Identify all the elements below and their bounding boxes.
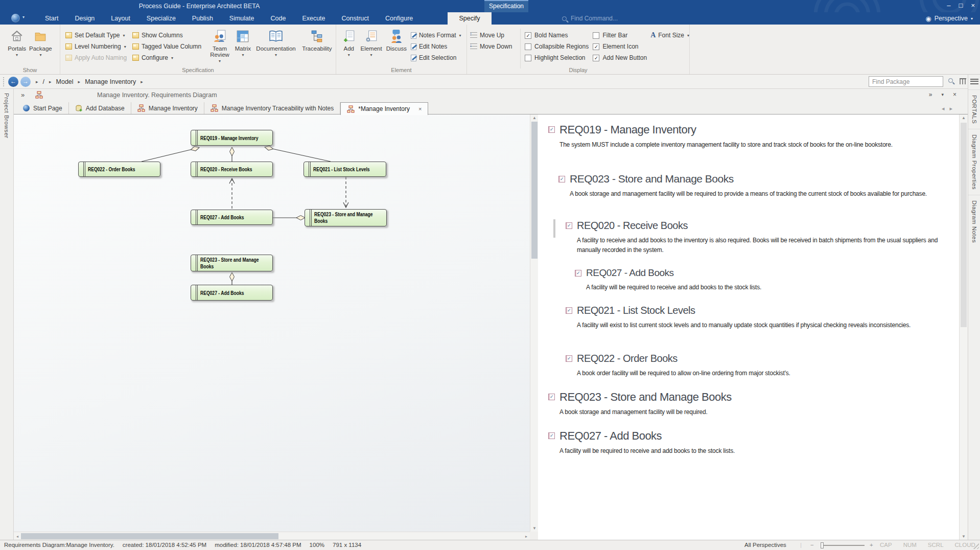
app-menu-caret-icon[interactable]: ▾	[22, 15, 25, 19]
spec-section-req019[interactable]: ✓REQ019 - Manage Inventory The system MU…	[548, 123, 893, 150]
spec-title[interactable]: REQ023 - Store and Manage Books	[570, 172, 734, 186]
spec-section-req023-top[interactable]: ✓REQ023 - Store and Manage Books A book …	[548, 390, 732, 417]
tagged-value-column-button[interactable]: Tagged Value Column	[132, 41, 207, 52]
spec-section-req027[interactable]: ✓REQ027 - Add Books A facility will be r…	[575, 267, 761, 292]
scroll-left-icon[interactable]: ◂	[15, 534, 20, 539]
tab-simulate[interactable]: Simulate	[221, 12, 263, 25]
tab-specify[interactable]: Specify	[448, 12, 492, 25]
search-icon[interactable]	[948, 78, 953, 83]
doc-tab-add-database[interactable]: Add Database	[69, 102, 131, 114]
spec-section-req020-selected[interactable]: ✓REQ020 - Receive Books A facility to re…	[566, 219, 959, 255]
tab-execute[interactable]: Execute	[294, 12, 333, 25]
requirement-REQ023-lower[interactable]: REQ023 - Store and Manage Books	[191, 255, 273, 271]
navigate-forward-button[interactable]: →	[20, 77, 31, 87]
scroll-up-icon[interactable]: ▲	[960, 116, 968, 120]
portals-tab[interactable]: PORTALS	[971, 95, 977, 124]
spec-section-req023[interactable]: ✓REQ023 - Store and Manage Books A book …	[558, 172, 927, 199]
spec-title[interactable]: REQ020 - Receive Books	[577, 219, 688, 232]
requirement-REQ027[interactable]: REQ027 - Add Books	[191, 210, 273, 225]
doc-tab-start-page[interactable]: Start Page	[17, 102, 69, 114]
chevrons-right-icon[interactable]: »	[929, 91, 932, 98]
element-icon-checkbox[interactable]: ✓ Element Icon	[593, 41, 650, 52]
set-default-type-button[interactable]: Set Default Type ▾	[65, 30, 132, 41]
zoom-out-icon[interactable]: −	[810, 542, 814, 548]
toolbar-drag-handle[interactable]	[3, 77, 4, 86]
scrollbar-thumb[interactable]	[531, 122, 538, 259]
element-button[interactable]: Element ▾	[359, 28, 384, 57]
find-command[interactable]: Find Command...	[562, 12, 618, 25]
discuss-button[interactable]: Discuss	[384, 28, 409, 52]
scrollbar-thumb[interactable]	[21, 533, 278, 539]
tab-code[interactable]: Code	[262, 12, 294, 25]
diagram-properties-tab[interactable]: Diagram Properties	[971, 134, 977, 190]
requirement-REQ027-lower[interactable]: REQ027 - Add Books	[191, 285, 273, 301]
package-list-icon[interactable]	[960, 78, 966, 84]
team-review-button[interactable]: Team Review ▾	[207, 28, 232, 63]
spec-section-req027-top[interactable]: ✓REQ027 - Add Books A facility will be r…	[548, 429, 735, 456]
bold-names-checkbox[interactable]: ✓ Bold Names	[525, 30, 593, 41]
documentation-button[interactable]: Documentation ▾	[253, 28, 298, 57]
spec-title[interactable]: REQ019 - Manage Inventory	[559, 123, 696, 136]
edit-selection-button[interactable]: Edit Selection	[411, 52, 466, 63]
tab-start[interactable]: Start	[37, 12, 66, 25]
add-new-button-checkbox[interactable]: ✓ Add New Button	[593, 52, 650, 63]
requirement-REQ020[interactable]: REQ020 - Receive Books	[191, 162, 273, 177]
requirement-REQ023[interactable]: REQ023 - Store and Manage Books	[305, 209, 387, 226]
scroll-up-icon[interactable]: ▲	[530, 116, 539, 120]
matrix-button[interactable]: Matrix ▾	[232, 28, 253, 57]
tab-publish[interactable]: Publish	[184, 12, 221, 25]
minimize-button[interactable]: –	[947, 2, 950, 9]
tab-specialize[interactable]: Specialize	[138, 12, 184, 25]
filter-bar-checkbox[interactable]: ✓ Filter Bar	[593, 30, 650, 41]
tab-construct[interactable]: Construct	[334, 12, 378, 25]
configure-button[interactable]: Configure ▾	[132, 52, 207, 63]
requirement-REQ019[interactable]: REQ019 - Manage Inventory	[191, 130, 273, 146]
caret-down-icon[interactable]: ▾	[941, 91, 944, 98]
spec-title[interactable]: REQ027 - Add Books	[586, 267, 674, 279]
doc-tab-manage-inventory[interactable]: Manage Inventory	[131, 102, 204, 114]
diagram-vertical-scrollbar[interactable]: ▲ ▼	[530, 114, 538, 532]
doc-tab-manage-inventory-active[interactable]: *Manage Inventory ×	[340, 102, 428, 115]
spec-section-req021[interactable]: ✓REQ021 - List Stock Levels A facility w…	[566, 304, 911, 330]
package-button[interactable]: Package ▾	[29, 28, 52, 57]
doc-tab-manage-inventory-traceability[interactable]: Manage Inventory Traceability with Notes	[204, 102, 340, 114]
move-down-button[interactable]: ↓ Move Down	[470, 41, 516, 52]
highlight-selection-checkbox[interactable]: ✓ Highlight Selection	[525, 52, 593, 63]
move-up-button[interactable]: ↑ Move Up	[470, 30, 516, 41]
tab-scroll-left-icon[interactable]: ◂	[942, 105, 945, 112]
navigate-back-button[interactable]: ←	[8, 77, 18, 87]
add-button[interactable]: Add ▾	[339, 28, 359, 57]
zoom-slider-track[interactable]	[821, 545, 865, 546]
breadcrumb-root[interactable]: /	[43, 78, 44, 85]
scrollbar-thumb[interactable]	[961, 123, 967, 327]
tab-configure[interactable]: Configure	[377, 12, 421, 25]
project-browser-tab[interactable]: Project Browser	[4, 93, 10, 139]
find-package-input[interactable]	[869, 76, 943, 87]
tab-layout[interactable]: Layout	[103, 12, 138, 25]
perspective-button[interactable]: ◉ Perspective ▾	[925, 12, 973, 25]
breadcrumb-manage-inventory[interactable]: Manage Inventory	[85, 78, 136, 85]
close-tab-icon[interactable]: ×	[418, 106, 422, 112]
menu-icon[interactable]	[970, 79, 978, 84]
contextual-tab-specification[interactable]: Specification	[484, 0, 528, 12]
all-perspectives-button[interactable]: All Perspectives	[744, 542, 786, 548]
spec-section-req022[interactable]: ✓REQ022 - Order Books A book order facil…	[566, 352, 790, 378]
chevrons-right-icon[interactable]: »	[21, 91, 25, 99]
spec-title[interactable]: REQ021 - List Stock Levels	[577, 304, 695, 317]
breadcrumb-model[interactable]: Model	[56, 78, 74, 85]
spec-title[interactable]: REQ027 - Add Books	[559, 429, 662, 443]
diagram-notes-tab[interactable]: Diagram Notes	[971, 200, 977, 243]
traceability-button[interactable]: Traceability	[298, 28, 336, 52]
diagram-canvas[interactable]: REQ019 - Manage Inventory REQ022 - Order…	[14, 114, 530, 532]
scroll-down-icon[interactable]: ▼	[960, 534, 968, 539]
zoom-in-icon[interactable]: +	[870, 542, 873, 548]
requirement-REQ021[interactable]: REQ021 - List Stock Levels	[304, 162, 386, 177]
level-numbering-button[interactable]: Level Numbering ▾	[65, 41, 132, 52]
tab-design[interactable]: Design	[66, 12, 103, 25]
show-columns-button[interactable]: Show Columns	[132, 30, 207, 41]
notes-format-button[interactable]: Notes Format ▾	[411, 30, 466, 41]
tab-scroll-right-icon[interactable]: ▸	[949, 105, 952, 112]
app-logo-icon[interactable]	[11, 14, 20, 22]
zoom-slider-thumb[interactable]	[821, 542, 824, 548]
diagram-horizontal-scrollbar[interactable]: ◂ ▸	[14, 532, 530, 540]
